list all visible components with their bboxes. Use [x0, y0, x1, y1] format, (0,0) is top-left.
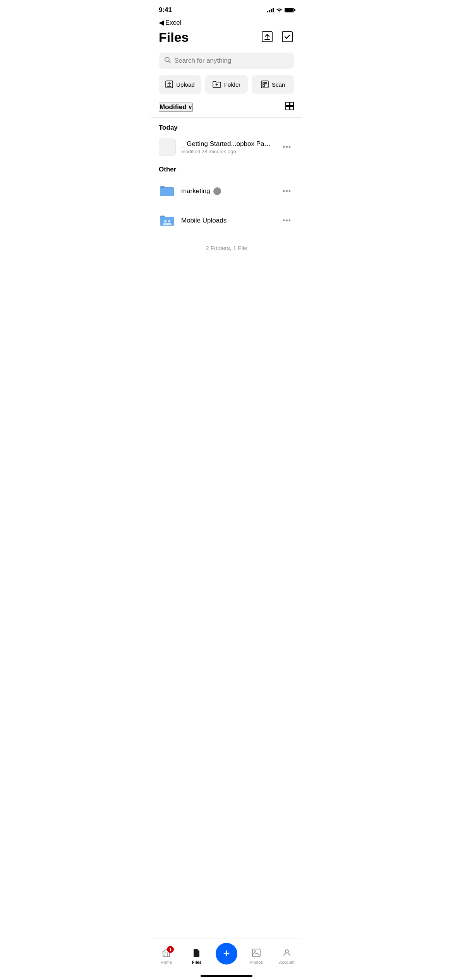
scan-action-button[interactable]: Scan	[252, 75, 294, 94]
folder-more-button-marketing[interactable]: •••	[280, 186, 294, 197]
select-button[interactable]	[280, 30, 294, 45]
folder-action-button[interactable]: Folder	[205, 75, 248, 94]
status-bar: 9:41	[151, 0, 302, 17]
sort-button[interactable]: Modified ∨	[159, 103, 193, 112]
back-arrow-icon: ◀	[159, 19, 164, 27]
folder-action-icon	[213, 81, 221, 88]
file-thumbnail	[159, 139, 176, 156]
other-section-header: Other	[151, 159, 302, 176]
file-more-button[interactable]: •••	[280, 142, 294, 153]
back-label: Excel	[165, 19, 182, 27]
search-bar[interactable]	[159, 53, 294, 69]
svg-rect-15	[286, 106, 289, 110]
file-meta: modified 28 minutes ago	[181, 149, 274, 154]
header-actions	[260, 30, 294, 45]
grid-toggle-button[interactable]	[285, 101, 294, 113]
sort-bar: Modified ∨	[151, 101, 302, 118]
file-name: _ Getting Started...opbox Paper.paper	[181, 140, 274, 148]
folder-name-marketing: marketing	[181, 187, 274, 195]
folder-action-label: Folder	[224, 81, 241, 88]
upload-icon	[262, 31, 273, 42]
status-icons	[267, 8, 294, 12]
action-buttons: Upload Folder Scan	[151, 75, 302, 101]
search-container	[151, 50, 302, 75]
scan-action-icon	[261, 81, 269, 88]
search-icon	[164, 57, 171, 65]
wifi-icon	[276, 8, 282, 12]
status-time: 9:41	[159, 6, 172, 14]
upload-action-button[interactable]: Upload	[159, 75, 201, 94]
page-header: Files	[151, 27, 302, 50]
sort-chevron-icon: ∨	[188, 104, 192, 110]
today-section-header: Today	[151, 118, 302, 135]
battery-icon	[285, 8, 294, 12]
collab-dot	[213, 187, 221, 195]
summary: 2 Folders, 1 File	[151, 235, 302, 267]
upload-action-icon	[165, 81, 173, 88]
scan-action-label: Scan	[272, 81, 285, 88]
search-input[interactable]	[174, 57, 289, 65]
svg-point-18	[168, 220, 170, 222]
folder-shared-icon	[160, 185, 175, 198]
signal-bars-icon	[267, 8, 274, 12]
svg-line-4	[169, 61, 171, 63]
svg-rect-13	[286, 102, 289, 106]
back-nav: ◀ Excel	[151, 17, 302, 27]
svg-rect-11	[265, 82, 267, 84]
svg-rect-14	[290, 102, 293, 106]
select-icon	[282, 31, 293, 42]
page-title: Files	[159, 30, 189, 45]
svg-rect-10	[263, 82, 264, 84]
folder-icon-mobile-uploads	[159, 212, 176, 229]
file-item[interactable]: _ Getting Started...opbox Paper.paper mo…	[151, 135, 302, 159]
file-info: _ Getting Started...opbox Paper.paper mo…	[181, 140, 274, 154]
folder-more-button-mobile-uploads[interactable]: •••	[280, 215, 294, 226]
grid-icon	[285, 101, 294, 111]
svg-rect-16	[290, 106, 293, 110]
folder-name-mobile-uploads: Mobile Uploads	[181, 217, 274, 224]
sort-label-text: Modified	[160, 103, 187, 111]
folder-item-marketing[interactable]: marketing •••	[151, 176, 302, 206]
upload-action-label: Upload	[176, 81, 195, 88]
svg-point-17	[164, 220, 166, 222]
folder-icon-marketing	[159, 183, 176, 200]
folder-team-icon	[160, 214, 175, 227]
svg-rect-12	[263, 85, 264, 86]
svg-rect-2	[282, 32, 292, 42]
back-link[interactable]: ◀ Excel	[159, 19, 294, 27]
upload-button[interactable]	[260, 30, 274, 45]
folder-item-mobile-uploads[interactable]: Mobile Uploads •••	[151, 206, 302, 235]
svg-rect-9	[261, 81, 268, 88]
